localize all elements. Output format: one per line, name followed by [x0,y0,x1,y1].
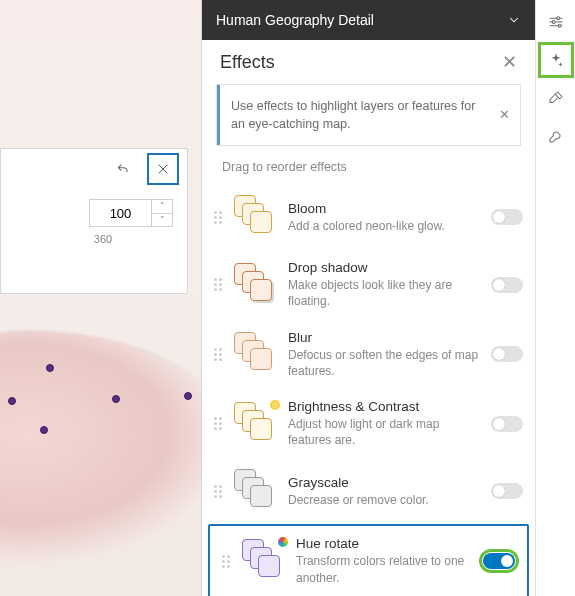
effect-row-drop-shadow: Drop shadow Make objects look like they … [202,250,535,319]
color-wheel-badge-icon [278,537,288,547]
settings-sliders-button[interactable] [540,6,572,38]
step-up-button[interactable]: ˄ [152,200,172,214]
brightness-contrast-toggle[interactable] [491,416,523,432]
effect-desc: Transform colors relative to one another… [296,553,473,585]
map-point[interactable] [46,364,54,372]
hue-angle-input[interactable] [89,199,151,227]
drag-handle[interactable] [212,278,224,291]
effect-title: Blur [288,330,481,345]
effect-row-grayscale: Grayscale Decrease or remove color. [202,458,535,524]
effect-row-brightness-contrast: Brightness & Contrast Adjust how light o… [202,389,535,458]
effect-desc: Add a colored neon-like glow. [288,218,481,234]
bloom-icon [234,195,278,239]
effect-desc: Defocus or soften the edges of map featu… [288,347,481,379]
effect-desc: Adjust how light or dark map features ar… [288,416,481,448]
effect-title: Hue rotate [296,536,473,551]
dismiss-info-button[interactable]: ✕ [499,106,510,124]
effect-title: Drop shadow [288,260,481,275]
map-point[interactable] [112,395,120,403]
effects-list: Bloom Add a colored neon-like glow. [202,184,535,596]
effect-row-blur: Blur Defocus or soften the edges of map … [202,320,535,389]
effects-panel: Human Geography Detail Effects ✕ Use eff… [201,0,535,596]
blur-toggle[interactable] [491,346,523,362]
map-point[interactable] [40,426,48,434]
hue-angle-stepper[interactable]: ˄ ˅ [89,199,173,227]
right-toolbar [535,0,575,596]
effect-title: Brightness & Contrast [288,399,481,414]
map-point[interactable] [184,392,192,400]
brightness-contrast-icon [234,402,278,446]
effect-title: Grayscale [288,475,481,490]
close-button[interactable] [147,153,179,185]
effect-row-bloom: Bloom Add a colored neon-like glow. [202,184,535,250]
hue-rotate-icon [242,539,286,583]
layer-header[interactable]: Human Geography Detail [202,0,535,40]
svg-point-0 [556,17,559,20]
svg-point-2 [558,24,561,27]
landmass-shape [0,330,230,590]
drop-shadow-icon [234,263,278,307]
info-callout: Use effects to highlight layers or featu… [216,84,521,146]
undo-button[interactable] [107,153,139,185]
grayscale-toggle[interactable] [491,483,523,499]
info-text: Use effects to highlight layers or featu… [231,99,475,131]
hue-max-label: 360 [19,227,187,245]
drag-handle[interactable] [212,485,224,498]
drag-handle[interactable] [212,211,224,224]
effect-title: Bloom [288,201,481,216]
effect-desc: Decrease or remove color. [288,492,481,508]
bloom-toggle[interactable] [491,209,523,225]
effect-desc: Make objects look like they are floating… [288,277,481,309]
drag-handle[interactable] [212,348,224,361]
chevron-down-icon [507,13,521,27]
eyedropper-button[interactable] [540,82,572,114]
map-point[interactable] [8,397,16,405]
close-panel-button[interactable]: ✕ [502,51,517,73]
hue-rotate-toggle[interactable] [483,553,515,569]
drag-handle[interactable] [220,555,232,568]
sun-badge-icon [270,400,280,410]
drag-hint: Drag to reorder effects [202,156,535,184]
blur-icon [234,332,278,376]
section-title: Effects [220,52,275,73]
wrench-button[interactable] [540,120,572,152]
effects-sparkle-button[interactable] [540,44,572,76]
hue-rotate-settings-popup: ˄ ˅ 360 [0,148,188,294]
effect-row-hue-rotate[interactable]: Hue rotate Transform colors relative to … [208,524,529,596]
layer-title: Human Geography Detail [216,12,374,28]
drag-handle[interactable] [212,417,224,430]
drop-shadow-toggle[interactable] [491,277,523,293]
svg-point-1 [552,21,555,24]
step-down-button[interactable]: ˅ [152,214,172,227]
grayscale-icon [234,469,278,513]
